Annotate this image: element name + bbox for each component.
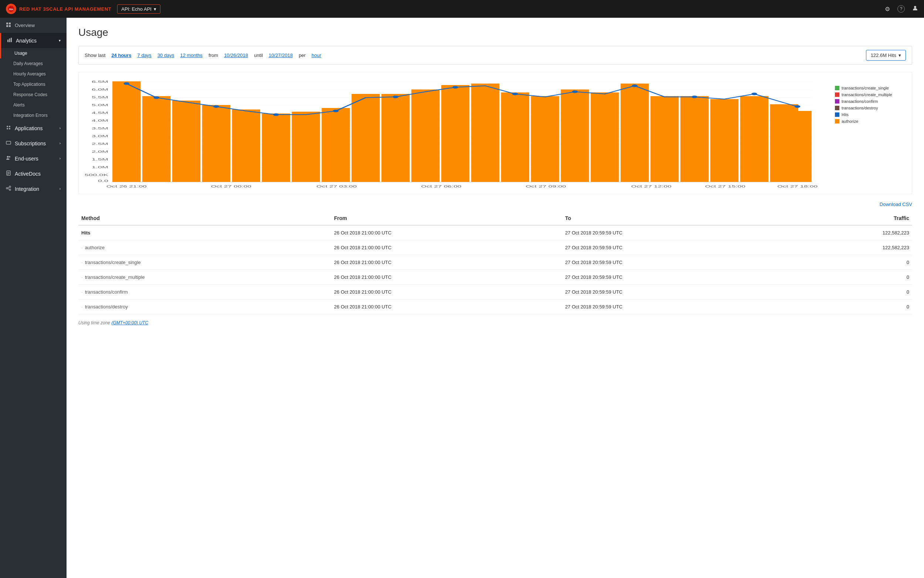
cell-method: Hits [78, 225, 331, 240]
cell-to: 27 Oct 2018 20:59:59 UTC [562, 285, 793, 300]
svg-text:6.0M: 6.0M [92, 88, 108, 91]
until-date[interactable]: 10/27/2018 [269, 52, 293, 58]
logo: RH RED HAT 3SCALE API MANAGEMENT [6, 4, 111, 14]
hits-label: 122.6M Hits [871, 52, 896, 58]
svg-text:Oct 27 09:00: Oct 27 09:00 [526, 185, 566, 188]
sidebar-item-response-codes[interactable]: Response Codes [0, 89, 66, 100]
user-icon[interactable] [912, 5, 918, 13]
svg-rect-65 [441, 85, 469, 182]
timezone-link[interactable]: (GMT+00:00) UTC [111, 320, 148, 325]
svg-text:Oct 26 21:00: Oct 26 21:00 [107, 185, 147, 188]
filter-12m[interactable]: 12 months [180, 52, 202, 58]
cell-from: 26 Oct 2018 21:00:00 UTC [331, 285, 562, 300]
sidebar-item-activedocs[interactable]: ActiveDocs [0, 166, 66, 181]
end-users-icon [6, 155, 11, 162]
svg-line-25 [8, 188, 9, 190]
end-users-chevron: › [60, 156, 61, 161]
svg-point-84 [452, 86, 458, 89]
legend-item-create-single: transactions/create_single [835, 86, 906, 90]
col-traffic: Traffic [793, 211, 912, 225]
sidebar-item-applications[interactable]: Applications › [0, 120, 66, 136]
svg-rect-61 [322, 108, 350, 182]
sub-method: transactions/create_single [85, 260, 141, 265]
download-csv-link[interactable]: Download CSV [78, 201, 912, 207]
legend-color-hits [835, 112, 839, 117]
cell-from: 26 Oct 2018 21:00:00 UTC [331, 240, 562, 255]
svg-point-82 [333, 110, 339, 112]
activedocs-icon [6, 170, 11, 177]
sidebar-item-top-applications[interactable]: Top Applications [0, 79, 66, 89]
svg-rect-73 [680, 96, 709, 182]
svg-rect-72 [651, 96, 679, 182]
svg-rect-54 [112, 81, 141, 182]
overview-label: Overview [15, 23, 35, 28]
filter-24h[interactable]: 24 hours [111, 52, 131, 58]
sub-bullet: · [81, 274, 83, 280]
svg-text:0.0: 0.0 [98, 179, 108, 183]
page-title: Usage [78, 27, 912, 39]
cell-method: ·transactions/confirm [78, 285, 331, 300]
api-selector[interactable]: API: Echo API ▾ [117, 5, 160, 14]
integration-label: Integration [15, 186, 39, 192]
until-label: until [254, 52, 263, 58]
sidebar-item-integration-errors[interactable]: Integration Errors [0, 110, 66, 120]
applications-label: Applications [15, 125, 43, 131]
help-icon[interactable]: ? [897, 5, 905, 13]
svg-rect-9 [11, 38, 12, 42]
show-last-label: Show last [85, 52, 105, 58]
sub-method: transactions/confirm [85, 289, 128, 295]
sub-method: transactions/destroy [85, 304, 128, 310]
sidebar-item-overview[interactable]: Overview [0, 18, 66, 33]
svg-point-85 [512, 93, 518, 96]
chart-container: 6.5M 6.0M 5.5M 5.0M 4.5M 4.0M 3.5M 3.0M … [78, 72, 912, 194]
svg-rect-5 [6, 25, 8, 27]
svg-text:6.5M: 6.5M [92, 80, 108, 84]
cell-to: 27 Oct 2018 20:59:59 UTC [562, 255, 793, 270]
period-link[interactable]: hour [312, 52, 321, 58]
sidebar-item-end-users[interactable]: End-users › [0, 151, 66, 166]
legend-color-create-single [835, 86, 839, 90]
svg-text:Oct 27 18:00: Oct 27 18:00 [777, 185, 817, 188]
filter-30d[interactable]: 30 days [157, 52, 175, 58]
from-date[interactable]: 10/26/2018 [224, 52, 248, 58]
svg-point-81 [273, 114, 279, 116]
cell-to: 27 Oct 2018 20:59:59 UTC [562, 270, 793, 285]
sidebar-item-subscriptions[interactable]: Subscriptions › [0, 136, 66, 151]
svg-point-21 [6, 187, 8, 189]
from-label: from [209, 52, 218, 58]
cell-to: 27 Oct 2018 20:59:59 UTC [562, 300, 793, 314]
topnav: RH RED HAT 3SCALE API MANAGEMENT API: Ec… [0, 0, 924, 18]
main-layout: Overview Analytics ▾ Usage Daily Average… [0, 18, 924, 578]
col-method: Method [78, 211, 331, 225]
svg-text:Oct 27 03:00: Oct 27 03:00 [316, 185, 357, 188]
cell-to: 27 Oct 2018 20:59:59 UTC [562, 240, 793, 255]
sidebar-item-daily-averages[interactable]: Daily Averages [0, 58, 66, 69]
table-body: Hits26 Oct 2018 21:00:00 UTC27 Oct 2018 … [78, 225, 912, 314]
svg-rect-68 [531, 96, 559, 182]
hits-button[interactable]: 122.6M Hits ▾ [866, 50, 906, 61]
sidebar-item-analytics[interactable]: Analytics ▾ [0, 33, 66, 48]
sub-bullet: · [81, 245, 83, 250]
svg-text:Oct 27 15:00: Oct 27 15:00 [705, 185, 746, 188]
svg-rect-3 [6, 23, 8, 24]
cell-from: 26 Oct 2018 21:00:00 UTC [331, 225, 562, 240]
analytics-label: Analytics [16, 38, 37, 44]
cell-traffic: 122,582,223 [793, 225, 912, 240]
svg-text:3.5M: 3.5M [92, 127, 108, 130]
sidebar-item-alerts[interactable]: Alerts [0, 100, 66, 110]
svg-text:500.0K: 500.0K [85, 173, 108, 177]
svg-rect-62 [351, 94, 380, 182]
sidebar-item-integration[interactable]: Integration › [0, 181, 66, 196]
gear-icon[interactable]: ⚙ [885, 6, 890, 13]
svg-rect-55 [142, 96, 170, 182]
svg-text:4.0M: 4.0M [92, 119, 108, 122]
sidebar-item-usage[interactable]: Usage [0, 48, 66, 58]
filter-7d[interactable]: 7 days [138, 52, 152, 58]
analytics-icon [7, 37, 12, 44]
chart-legend: transactions/create_single transactions/… [835, 78, 909, 191]
svg-text:4.5M: 4.5M [92, 111, 108, 115]
sidebar-item-hourly-averages[interactable]: Hourly Averages [0, 69, 66, 79]
sub-method: transactions/create_multiple [85, 274, 145, 280]
sub-bullet: · [81, 289, 83, 295]
chart-svg: 6.5M 6.0M 5.5M 5.0M 4.5M 4.0M 3.5M 3.0M … [82, 78, 829, 189]
